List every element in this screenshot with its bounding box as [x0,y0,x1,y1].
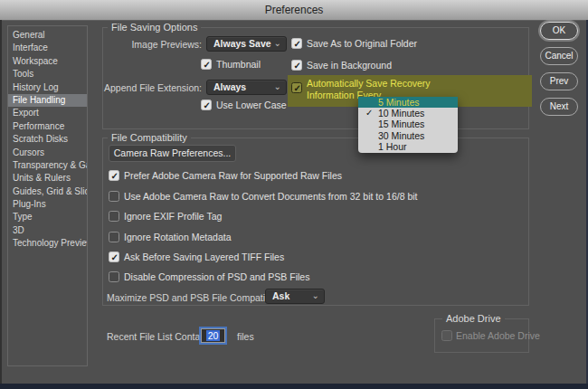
save-as-original-folder-label: Save As to Original Folder [307,38,417,50]
adobe-drive-title: Adobe Drive [442,313,505,324]
menu-item-5-minutes[interactable]: 5 Minutes [358,97,458,108]
ask-before-saving-tiff-checkbox[interactable] [109,251,119,262]
recent-file-list-suffix: files [237,330,254,343]
save-in-background-checkbox[interactable] [291,60,302,71]
append-file-extension-select[interactable]: Always ⌄ [206,80,287,95]
ignore-rotation-metadata-checkbox[interactable] [109,232,119,242]
chevron-down-icon: ⌄ [274,80,281,93]
sidebar-item-interface[interactable]: Interface [8,42,87,54]
file-compatibility-title: File Compatibility [108,132,191,143]
use-lower-case-checkbox[interactable] [201,100,212,110]
ignore-exif-profile-label: Ignore EXIF Profile Tag [124,211,222,223]
prefer-adobe-camera-raw-label: Prefer Adobe Camera Raw for Supported Ra… [124,170,342,182]
use-lower-case-label: Use Lower Case [216,100,287,111]
sidebar-item-file-handling[interactable]: File Handling [8,94,87,107]
sidebar-item-workspace[interactable]: Workspace [8,55,87,68]
cancel-button[interactable]: Cancel [540,47,578,65]
sidebar-item-plug-ins[interactable]: Plug-Ins [8,198,87,211]
enable-adobe-drive-label: Enable Adobe Drive [456,330,540,342]
chevron-down-icon: ⌄ [274,36,281,50]
ignore-rotation-metadata-label: Ignore Rotation Metadata [124,232,232,243]
menu-item-30-minutes[interactable]: 30 Minutes [358,130,458,141]
save-as-original-folder-checkbox[interactable] [291,38,302,49]
sidebar-item-units-rulers[interactable]: Units & Rulers [8,172,87,185]
maximize-compatibility-value: Ask [272,290,289,301]
sidebar-item-export[interactable]: Export [8,107,87,119]
maximize-compatibility-select[interactable]: Ask ⌄ [265,289,325,304]
image-previews-label: Image Previews: [102,38,202,51]
ignore-exif-profile-checkbox[interactable] [109,211,119,222]
save-in-background-label: Save in Background [307,60,392,71]
window-bottom-edge [0,384,588,389]
next-button[interactable]: Next [540,98,578,116]
maximize-compatibility-label: Maximize PSD and PSB File Compatibility: [107,291,287,304]
sidebar-item-type[interactable]: Type [8,211,87,223]
disable-compression-psd-label: Disable Compression of PSD and PSB Files [124,271,309,283]
use-camera-raw-convert-label: Use Adobe Camera Raw to Convert Document… [124,191,418,203]
menu-item-1-hour[interactable]: 1 Hour [358,141,458,152]
thumbnail-checkbox[interactable] [201,59,212,70]
sidebar-item-history-log[interactable]: History Log [8,81,87,94]
window-left-edge [0,20,2,384]
recent-file-count-input[interactable]: 20 [201,328,225,343]
sidebar-item-cursors[interactable]: Cursors [8,147,87,159]
sidebar-item-scratch-disks[interactable]: Scratch Disks [8,133,87,146]
window-titlebar: Preferences [0,0,588,21]
file-saving-options-title: File Saving Options [108,22,201,33]
recent-file-count-value: 20 [206,330,221,341]
window-title: Preferences [265,4,324,16]
append-file-extension-value: Always [213,81,246,92]
disable-compression-psd-checkbox[interactable] [109,271,119,282]
thumbnail-label: Thumbnail [216,59,261,71]
sidebar-item-general[interactable]: General [8,29,87,42]
menu-item-10-minutes[interactable]: 10 Minutes [358,108,458,119]
sidebar-item-3d[interactable]: 3D [8,224,87,237]
sidebar-item-transparency-gamut[interactable]: Transparency & Gamut [8,159,87,172]
ok-button[interactable]: OK [540,22,578,40]
chevron-down-icon: ⌄ [312,289,319,302]
sidebar-item-technology-previews[interactable]: Technology Previews [8,237,87,250]
recent-file-list-label: Recent File List Contains: [107,330,215,343]
prev-button[interactable]: Prev [540,72,578,90]
auto-save-recovery-checkbox[interactable] [291,82,302,93]
image-previews-select[interactable]: Always Save ⌄ [206,36,287,52]
image-previews-value: Always Save [213,38,271,49]
preferences-category-list: General Interface Workspace Tools Histor… [7,25,88,366]
preferences-dialog: Preferences General Interface Workspace … [0,0,588,389]
camera-raw-preferences-button[interactable]: Camera Raw Preferences... [109,145,236,162]
use-camera-raw-convert-checkbox[interactable] [109,191,119,202]
menu-item-15-minutes[interactable]: 15 Minutes [358,119,458,129]
sidebar-item-performance[interactable]: Performance [8,120,87,133]
append-file-extension-label: Append File Extension: [102,81,202,94]
auto-save-recovery-label-line1: Automatically Save Recovery [307,78,431,89]
sidebar-item-guides-grid-slices[interactable]: Guides, Grid & Slices [8,185,87,198]
enable-adobe-drive-checkbox [441,330,452,341]
ask-before-saving-tiff-label: Ask Before Saving Layered TIFF Files [124,251,284,263]
prefer-adobe-camera-raw-checkbox[interactable] [109,170,119,181]
recovery-interval-menu: 5 Minutes 10 Minutes 15 Minutes 30 Minut… [358,97,458,153]
sidebar-item-tools[interactable]: Tools [8,68,87,81]
